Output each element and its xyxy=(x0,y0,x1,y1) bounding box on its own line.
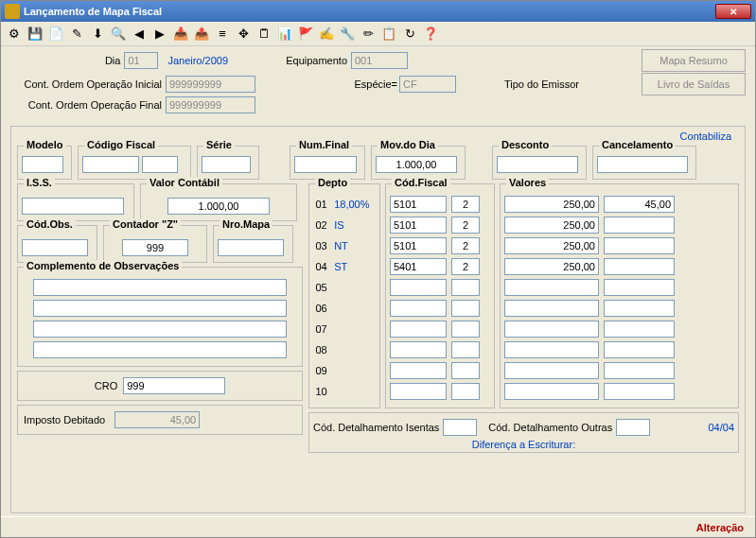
valor1-8[interactable] xyxy=(504,362,599,379)
cf-sub-7[interactable] xyxy=(451,341,480,358)
valor2-4[interactable] xyxy=(604,279,675,296)
especie-input[interactable] xyxy=(399,76,456,93)
toolbar-button-9[interactable]: 📤 xyxy=(192,25,211,43)
cf-sub-3[interactable] xyxy=(451,258,480,275)
toolbar-button-10[interactable]: ≡ xyxy=(213,25,232,43)
cancel-input[interactable] xyxy=(597,156,688,173)
movdia-input[interactable] xyxy=(376,156,457,173)
toolbar-button-7[interactable]: ▶ xyxy=(150,25,169,43)
cod-det-outras-input[interactable] xyxy=(616,419,650,436)
cf-sub-6[interactable] xyxy=(451,321,480,338)
obs-input-3[interactable] xyxy=(33,321,287,338)
numfinal-input[interactable] xyxy=(294,156,357,173)
cf-sub-5[interactable] xyxy=(451,300,480,317)
valores-legend: Valores xyxy=(506,177,549,188)
cod-det-isentas-input[interactable] xyxy=(443,419,477,436)
cf-sub-1[interactable] xyxy=(451,217,480,234)
codfiscal-input-2[interactable] xyxy=(142,156,178,173)
cf-code-6[interactable] xyxy=(390,321,447,338)
depto-num: 05 xyxy=(313,282,329,293)
serie-input[interactable] xyxy=(202,156,251,173)
valor2-2[interactable] xyxy=(604,237,675,254)
valor1-3[interactable] xyxy=(504,258,599,275)
toolbar-button-18[interactable]: 📋 xyxy=(379,25,398,43)
iss-input[interactable] xyxy=(22,198,124,215)
toolbar-button-14[interactable]: 🚩 xyxy=(296,25,315,43)
toolbar-button-6[interactable]: ◀ xyxy=(130,25,149,43)
desconto-input[interactable] xyxy=(497,156,578,173)
cf-sub-9[interactable] xyxy=(451,383,480,400)
cod-det-isentas-label: Cód. Detalhamento Isentas xyxy=(313,422,439,433)
cont-fim-input[interactable] xyxy=(166,96,255,113)
toolbar-button-17[interactable]: ✏ xyxy=(359,25,378,43)
livro-saidas-button[interactable]: Livro de Saídas xyxy=(642,73,746,95)
toolbar-button-5[interactable]: 🔍 xyxy=(109,25,128,43)
modelo-input[interactable] xyxy=(22,156,63,173)
toolbar-button-13[interactable]: 📊 xyxy=(275,25,294,43)
numfinal-legend: Num.Final xyxy=(296,139,352,150)
codfiscal-input-1[interactable] xyxy=(82,156,139,173)
cf-code-0[interactable] xyxy=(390,196,447,213)
valor1-7[interactable] xyxy=(504,341,599,358)
codobs-input[interactable] xyxy=(22,239,88,256)
toolbar-button-20[interactable]: ❓ xyxy=(421,25,440,43)
toolbar-button-16[interactable]: 🔧 xyxy=(338,25,357,43)
valor1-5[interactable] xyxy=(504,300,599,317)
toolbar-button-8[interactable]: 📥 xyxy=(171,25,190,43)
toolbar-button-0[interactable]: ⚙ xyxy=(5,25,24,43)
obs-input-1[interactable] xyxy=(33,279,287,296)
mapa-resumo-button[interactable]: Mapa Resumo xyxy=(642,49,746,72)
toolbar-button-19[interactable]: ↻ xyxy=(400,25,419,43)
valorcont-input[interactable] xyxy=(167,198,270,215)
obs-input-4[interactable] xyxy=(33,341,287,358)
equip-input[interactable] xyxy=(351,52,408,69)
valor2-7[interactable] xyxy=(604,341,675,358)
toolbar-button-2[interactable]: 📄 xyxy=(46,25,65,43)
valor2-5[interactable] xyxy=(604,300,675,317)
valor1-6[interactable] xyxy=(504,321,599,338)
valor2-1[interactable] xyxy=(604,217,675,234)
dia-input[interactable] xyxy=(124,52,158,69)
cf-code-1[interactable] xyxy=(390,217,447,234)
cf-code-7[interactable] xyxy=(390,341,447,358)
valor1-2[interactable] xyxy=(504,237,599,254)
valor1-4[interactable] xyxy=(504,279,599,296)
titlebar: Lançamento de Mapa Fiscal ✕ xyxy=(1,1,755,22)
cf-sub-0[interactable] xyxy=(451,196,480,213)
valor2-0[interactable] xyxy=(604,196,675,213)
toolbar-button-15[interactable]: ✍ xyxy=(317,25,336,43)
contadorz-input[interactable] xyxy=(122,239,188,256)
cro-input[interactable] xyxy=(123,377,225,394)
depto-type: IS xyxy=(334,219,376,231)
toolbar-button-11[interactable]: ✥ xyxy=(234,25,253,43)
status-mode: Alteração xyxy=(696,522,744,533)
cf-sub-4[interactable] xyxy=(451,279,480,296)
depto-num: 04 xyxy=(313,261,329,272)
cf-code-4[interactable] xyxy=(390,279,447,296)
cf-code-5[interactable] xyxy=(390,300,447,317)
toolbar-button-3[interactable]: ✎ xyxy=(67,25,86,43)
valor2-6[interactable] xyxy=(604,321,675,338)
main-panel: Contabiliza Modelo Código Fiscal Série N… xyxy=(10,126,746,513)
cf-sub-8[interactable] xyxy=(451,362,480,379)
contabiliza-link[interactable]: Contabiliza xyxy=(680,130,731,142)
toolbar-button-4[interactable]: ⬇ xyxy=(88,25,107,43)
valor1-0[interactable] xyxy=(504,196,599,213)
obs-input-2[interactable] xyxy=(33,300,287,317)
valor2-9[interactable] xyxy=(604,383,675,400)
close-button[interactable]: ✕ xyxy=(715,4,751,19)
cf-code-8[interactable] xyxy=(390,362,447,379)
cf-code-9[interactable] xyxy=(390,383,447,400)
valor2-3[interactable] xyxy=(604,258,675,275)
toolbar-button-12[interactable]: 🗒 xyxy=(255,25,273,43)
cf-sub-2[interactable] xyxy=(451,237,480,254)
cont-ini-input[interactable] xyxy=(166,76,255,93)
cf-code-2[interactable] xyxy=(390,237,447,254)
nromapa-legend: Nro.Mapa xyxy=(220,218,273,230)
valor1-9[interactable] xyxy=(504,383,599,400)
valor1-1[interactable] xyxy=(504,217,599,234)
cf-code-3[interactable] xyxy=(390,258,447,275)
nromapa-input[interactable] xyxy=(218,239,284,256)
toolbar-button-1[interactable]: 💾 xyxy=(26,25,44,43)
valor2-8[interactable] xyxy=(604,362,675,379)
